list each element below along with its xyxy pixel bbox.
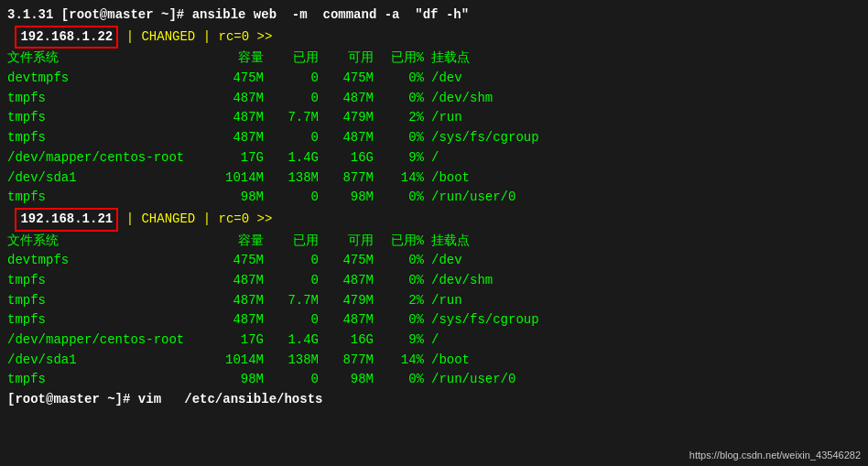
terminal: 3.1.31 [root@master ~]# ansible web -m c…	[0, 0, 868, 466]
table-row: tmpfs 98M 0 98M 0% /run/user/0	[7, 188, 861, 208]
table-row: tmpfs 487M 0 487M 0% /dev/shm	[7, 271, 861, 291]
block1-header: 192.168.1.22 | CHANGED | rc=0 >>	[7, 26, 861, 49]
table-row: tmpfs 487M 7.7M 479M 2% /run	[7, 108, 861, 128]
changed1-label: CHANGED	[141, 27, 195, 48]
ip1-box: 192.168.1.22	[15, 26, 118, 49]
bottom-line: [root@master ~]# vim /etc/ansible/hosts	[7, 390, 861, 410]
bottom-command: [root@master ~]# vim /etc/ansible/hosts	[7, 390, 322, 410]
watermark: https://blog.csdn.net/weixin_43546282	[689, 450, 861, 461]
table-row: tmpfs 487M 7.7M 479M 2% /run	[7, 291, 861, 311]
rc2-label: rc=0 >>	[218, 210, 272, 230]
ip2-box: 192.168.1.21	[15, 208, 118, 232]
table-row: /dev/sda1 1014M 138M 877M 14% /boot	[7, 168, 861, 189]
command-text: [root@master ~]# ansible web -m command …	[61, 5, 469, 26]
block2-table-header: 文件系统 容量 已用 可用 已用% 挂载点	[7, 232, 861, 252]
version-prefix: 3.1.31	[7, 5, 53, 26]
block2-header: 192.168.1.21 | CHANGED | rc=0 >>	[7, 208, 861, 232]
block1-rows: devtmpfs 475M 0 475M 0% /dev tmpfs 487M …	[7, 69, 861, 208]
rc1-label: rc=0 >>	[218, 27, 272, 48]
prompt-line: 3.1.31 [root@master ~]# ansible web -m c…	[7, 5, 861, 26]
table-row: devtmpfs 475M 0 475M 0% /dev	[7, 251, 861, 271]
block2-rows: devtmpfs 475M 0 475M 0% /dev tmpfs 487M …	[7, 251, 861, 390]
table-row: devtmpfs 475M 0 475M 0% /dev	[7, 69, 861, 89]
table-row: tmpfs 487M 0 487M 0% /sys/fs/cgroup	[7, 310, 861, 331]
changed2-label: CHANGED	[141, 210, 195, 230]
table-row: /dev/mapper/centos-root 17G 1.4G 16G 9% …	[7, 148, 861, 168]
table-row: /dev/mapper/centos-root 17G 1.4G 16G 9% …	[7, 331, 861, 351]
table-row: tmpfs 487M 0 487M 0% /sys/fs/cgroup	[7, 128, 861, 148]
table-row: /dev/sda1 1014M 138M 877M 14% /boot	[7, 351, 861, 371]
table-row: tmpfs 98M 0 98M 0% /run/user/0	[7, 370, 861, 390]
table-row: tmpfs 487M 0 487M 0% /dev/shm	[7, 89, 861, 109]
block1-table-header: 文件系统 容量 已用 可用 已用% 挂载点	[7, 49, 861, 69]
